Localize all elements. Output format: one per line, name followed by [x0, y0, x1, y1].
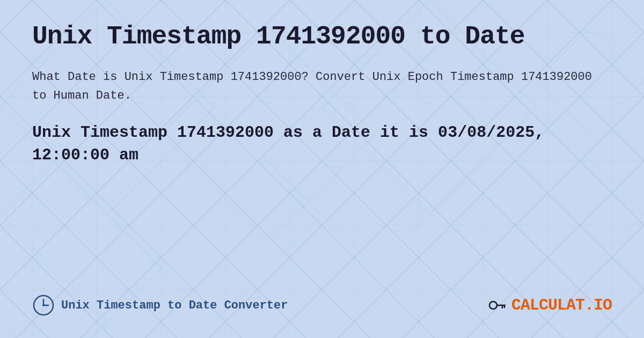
page-content: Unix Timestamp 1741392000 to Date What D…: [0, 0, 644, 338]
logo-text: CALCULAT.IO: [511, 296, 612, 314]
clock-icon: [32, 294, 55, 317]
logo-text-io: IO: [594, 296, 612, 314]
svg-point-25: [42, 304, 45, 306]
svg-point-26: [489, 302, 497, 309]
page-title: Unix Timestamp 1741392000 to Date: [32, 21, 612, 53]
title-section: Unix Timestamp 1741392000 to Date What D…: [32, 21, 612, 105]
logo-section: CALCULAT.IO: [488, 296, 612, 315]
footer-label: Unix Timestamp to Date Converter: [61, 299, 288, 312]
footer: Unix Timestamp to Date Converter CALCULA…: [32, 283, 612, 317]
logo-text-main: CALCULAT: [511, 296, 584, 314]
logo-icon: [488, 296, 507, 315]
result-section: Unix Timestamp 1741392000 as a Date it i…: [32, 121, 612, 166]
description-text: What Date is Unix Timestamp 1741392000? …: [32, 68, 612, 105]
logo-dot: .: [584, 296, 594, 314]
result-text: Unix Timestamp 1741392000 as a Date it i…: [32, 121, 612, 166]
footer-left: Unix Timestamp to Date Converter: [32, 294, 288, 317]
